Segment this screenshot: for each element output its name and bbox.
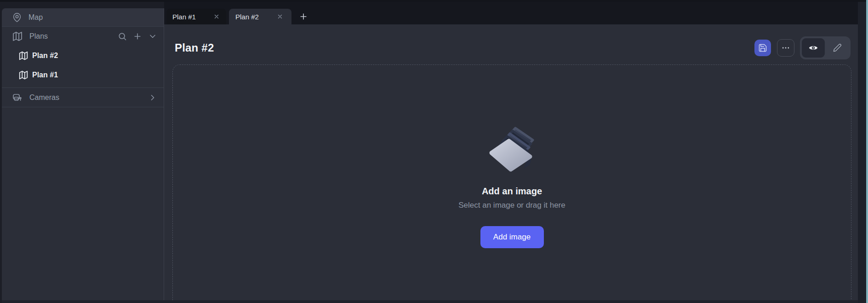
sidebar-item-plan-1[interactable]: Plan #1	[2, 65, 164, 85]
map-pin-icon	[12, 12, 22, 23]
dropzone-title: Add an image	[482, 186, 542, 197]
sidebar-item-label: Plan #1	[32, 71, 58, 79]
more-options-button[interactable]	[777, 39, 794, 57]
page-title: Plan #2	[175, 41, 214, 54]
chevron-right-icon[interactable]	[148, 93, 157, 102]
new-tab-button[interactable]	[299, 12, 308, 21]
tab-plan-1[interactable]: Plan #1	[166, 9, 226, 24]
sidebar-item-plan-2[interactable]: Plan #2	[2, 46, 164, 65]
sidebar-item-label: Map	[29, 13, 43, 22]
ellipsis-icon	[781, 43, 790, 52]
sidebar: Map Plans	[2, 8, 164, 300]
plus-icon[interactable]	[133, 32, 142, 41]
map-icon	[18, 70, 29, 80]
window-top-edge	[0, 0, 868, 2]
tab-label: Plan #2	[235, 13, 259, 21]
pencil-icon	[833, 43, 842, 52]
map-icon	[18, 51, 29, 61]
scrollbar-gutter[interactable]	[858, 0, 866, 303]
map-icon	[12, 31, 23, 42]
save-button[interactable]	[754, 40, 771, 56]
view-mode-toggle	[800, 36, 851, 59]
add-image-button[interactable]: Add image	[480, 226, 544, 248]
page-header: Plan #2	[164, 24, 858, 64]
tab-label: Plan #1	[172, 13, 196, 21]
tab-plan-2[interactable]: Plan #2	[229, 9, 291, 24]
sidebar-item-cameras[interactable]: Cameras	[2, 88, 164, 107]
sidebar-item-map[interactable]: Map	[2, 8, 164, 27]
search-icon[interactable]	[118, 32, 127, 41]
open-folder-illustration	[485, 122, 539, 173]
edit-mode-button[interactable]	[826, 38, 849, 58]
tab-bar: Plan #1 Plan #2	[164, 0, 858, 24]
close-icon[interactable]	[277, 13, 283, 20]
dropzone-subtitle: Select an image or drag it here	[458, 201, 565, 210]
view-mode-button[interactable]	[802, 38, 825, 58]
window-bottom-edge	[2, 300, 858, 303]
save-icon	[758, 43, 767, 52]
sidebar-item-label: Plan #2	[32, 52, 58, 60]
window-right-edge	[866, 0, 868, 303]
image-dropzone[interactable]: Add an image Select an image or drag it …	[172, 64, 851, 300]
chevron-down-icon[interactable]	[148, 32, 157, 41]
camera-icon	[12, 92, 23, 103]
sidebar-item-label: Cameras	[29, 93, 59, 102]
sidebar-item-plans[interactable]: Plans	[2, 27, 164, 46]
sidebar-item-label: Plans	[29, 32, 48, 41]
header-actions	[754, 36, 851, 59]
main-content: Plan #2	[164, 24, 858, 300]
eye-icon	[808, 43, 818, 53]
close-icon[interactable]	[213, 13, 220, 20]
